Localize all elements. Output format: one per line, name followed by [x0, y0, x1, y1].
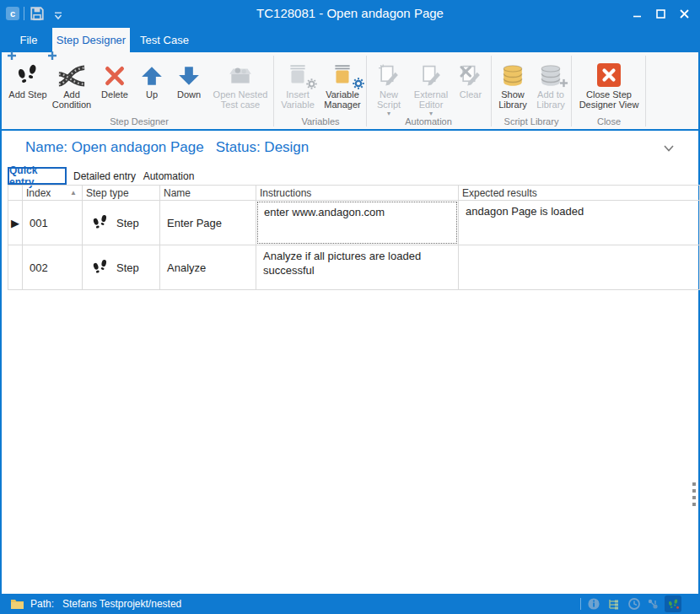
title-bar: c TC128081 - Open andagon Page: [0, 0, 700, 28]
tree-icon: [607, 597, 621, 611]
cell-expected-results[interactable]: andagon Page is loaded: [459, 201, 700, 245]
column-header-step-type[interactable]: Step type: [83, 186, 160, 201]
cell-step-type[interactable]: Step: [83, 245, 160, 290]
cell-name[interactable]: Enter Page: [160, 201, 256, 245]
show-library-icon: [494, 56, 531, 89]
external-editor-button[interactable]: External Editor ▾: [410, 56, 452, 115]
insert-variable-button[interactable]: Insert Variable: [277, 56, 319, 115]
collapse-panel-button[interactable]: [663, 141, 675, 149]
folder-icon: [10, 598, 24, 610]
tab-step-designer[interactable]: Step Designer: [52, 28, 130, 52]
path-label: Path:: [30, 598, 54, 610]
cell-step-type[interactable]: Step: [83, 201, 160, 245]
app-window: c TC128081 - Open andagon Page: [0, 0, 700, 614]
maximize-icon: [656, 9, 665, 19]
column-header-expected-results[interactable]: Expected results: [459, 186, 700, 201]
close-button[interactable]: [673, 5, 695, 23]
group-label-automation: Automation: [369, 116, 487, 128]
group-label-step-designer: Step Designer: [8, 116, 270, 128]
step-designer-panel: Name: Open andagon PageStatus: Design Qu…: [2, 132, 698, 594]
history-status-button[interactable]: [627, 597, 642, 611]
clear-icon: [454, 56, 487, 89]
maximize-button[interactable]: [649, 5, 671, 23]
window-body: Add Step Add Condition: [0, 52, 700, 594]
up-icon: [135, 56, 169, 89]
table-row[interactable]: ▶ 001 Step Enter Page enter www.andagon.…: [8, 201, 700, 245]
ribbon-separator: [366, 56, 367, 127]
cell-name[interactable]: Analyze: [160, 245, 256, 290]
window-title: TC128081 - Open andagon Page: [0, 6, 700, 20]
close-icon: [680, 9, 689, 19]
delete-button[interactable]: Delete: [96, 56, 133, 115]
tab-file[interactable]: File: [7, 28, 51, 52]
add-to-library-button[interactable]: Add to Library: [533, 56, 568, 115]
link-status-button[interactable]: [646, 597, 660, 611]
new-script-icon: [369, 56, 408, 89]
step-icon: [91, 213, 110, 232]
row-marker-icon: ▶: [8, 201, 23, 245]
clear-button[interactable]: Clear: [454, 56, 487, 115]
tab-automation-entry[interactable]: Automation: [142, 167, 196, 185]
chevron-down-icon: [663, 144, 675, 153]
external-editor-icon: [410, 56, 452, 89]
steps-status-icon: [667, 598, 680, 611]
column-header-index[interactable]: Index ▲: [23, 186, 83, 201]
open-nested-testcase-button[interactable]: Open Nested Test case: [209, 56, 272, 115]
tab-quick-entry[interactable]: Quick entry: [8, 167, 67, 185]
down-button[interactable]: Down: [170, 56, 207, 115]
add-to-library-icon: [533, 56, 568, 89]
splitter-grip[interactable]: [692, 482, 697, 509]
selector-header-cell: [8, 186, 23, 201]
ribbon-separator: [273, 56, 274, 127]
testcase-header: Name: Open andagon PageStatus: Design: [25, 139, 309, 156]
ribbon-separator: [571, 56, 572, 127]
info-status-button[interactable]: [587, 597, 601, 611]
variable-manager-button[interactable]: Variable Manager: [320, 56, 364, 115]
statusbar-separator: [580, 598, 581, 610]
add-step-button[interactable]: Add Step: [8, 56, 47, 115]
minimize-icon: [633, 9, 642, 19]
group-label-variables: Variables: [277, 116, 364, 128]
path-display: Path:Stefans Testprojekt/nested: [30, 598, 181, 610]
close-step-designer-button[interactable]: Close Step Designer View: [574, 56, 643, 115]
new-script-button[interactable]: New Script ▾: [369, 56, 408, 115]
steps-status-button[interactable]: [665, 595, 681, 612]
table-header-row: Index ▲ Step type Name Instructions Expe…: [8, 185, 700, 201]
ribbon-separator: [491, 56, 492, 127]
status-text: Status: Design: [216, 139, 310, 155]
add-condition-button[interactable]: Add Condition: [49, 56, 94, 115]
tab-detailed-entry[interactable]: Detailed entry: [73, 167, 137, 185]
steps-table: Index ▲ Step type Name Instructions Expe…: [8, 185, 700, 290]
insert-variable-icon: [277, 56, 319, 89]
tab-test-case[interactable]: Test Case: [133, 28, 196, 52]
cell-expected-results[interactable]: [459, 245, 700, 290]
cell-index[interactable]: 001: [23, 201, 83, 245]
ribbon-separator: [645, 56, 646, 127]
variable-manager-icon: [320, 56, 364, 89]
table-row[interactable]: 002 Step Analyze Analyze if all pictures…: [8, 245, 700, 290]
row-marker-empty: [8, 245, 23, 290]
ribbon-tabstrip: File Step Designer Test Case: [0, 28, 700, 52]
column-header-name[interactable]: Name: [160, 186, 256, 201]
close-step-icon: [574, 56, 643, 89]
cell-instructions[interactable]: enter www.andagon.com: [256, 201, 459, 245]
sort-asc-icon: ▲: [70, 189, 77, 197]
focused-cell[interactable]: enter www.andagon.com: [257, 202, 457, 244]
minimize-button[interactable]: [626, 5, 648, 23]
column-header-instructions[interactable]: Instructions: [256, 186, 459, 201]
delete-icon: [96, 56, 133, 89]
history-icon: [627, 597, 641, 611]
down-icon: [170, 56, 207, 89]
up-button[interactable]: Up: [135, 56, 169, 115]
add-step-icon: [8, 56, 47, 89]
step-icon: [91, 258, 110, 277]
show-library-button[interactable]: Show Library: [494, 56, 531, 115]
nodes-icon: [646, 597, 660, 611]
tree-status-button[interactable]: [607, 597, 622, 611]
path-value: Stefans Testprojekt/nested: [62, 598, 181, 610]
status-bar: Path:Stefans Testprojekt/nested: [0, 594, 700, 614]
cell-index[interactable]: 002: [23, 245, 83, 290]
name-text: Name: Open andagon Page: [25, 139, 204, 155]
info-icon: [587, 597, 600, 611]
cell-instructions[interactable]: Analyze if all pictures are loaded succe…: [256, 245, 459, 290]
